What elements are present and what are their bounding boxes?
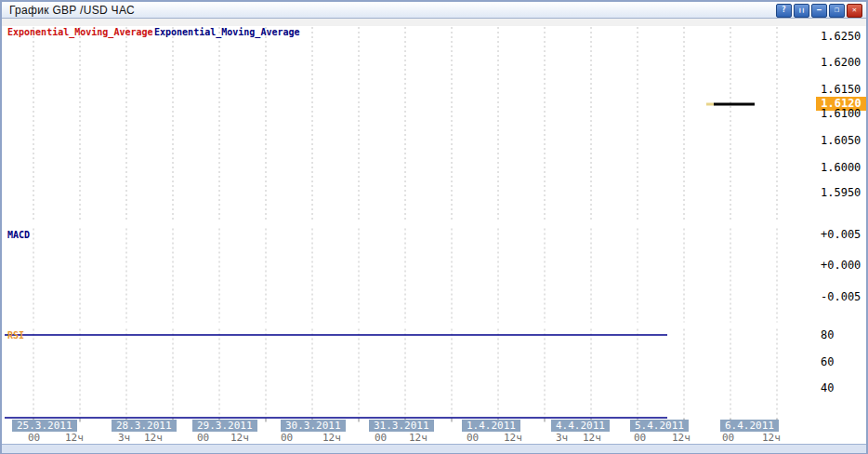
date-badge: 28.3.2011: [112, 420, 177, 432]
date-badge: 31.3.2011: [369, 420, 434, 432]
date-badge: 1.4.2011: [462, 420, 520, 432]
minimize-icon: —: [817, 6, 822, 14]
time-tick-label: 3ч: [556, 432, 568, 444]
rsi-tick-label: 60: [821, 355, 834, 368]
maximize-button[interactable]: ❒: [829, 4, 845, 18]
ema-slow-label: Exponential_Moving_Average: [154, 27, 300, 37]
chart-canvas[interactable]: [0, 0, 868, 454]
price-tick-label: 1.5950: [821, 186, 861, 199]
date-badge: 25.3.2011: [12, 420, 77, 432]
rsi-tick-label: 40: [821, 381, 834, 394]
time-tick-label: 00: [467, 432, 479, 444]
date-badge: 30.3.2011: [281, 420, 346, 432]
time-tick-label: 00: [375, 432, 387, 444]
titlebar[interactable]: График GBP /USD ЧАС ? ❙❙ — ❒ ✕: [2, 2, 866, 19]
time-tick-label: 00: [197, 432, 209, 444]
macd-tick-label: +0.000: [821, 259, 861, 272]
price-tick-label: 1.6250: [821, 30, 861, 43]
price-tick-label: 1.6000: [821, 161, 861, 174]
macd-tick-label: +0.005: [821, 228, 861, 241]
chart-window: График GBP /USD ЧАС ? ❙❙ — ❒ ✕ Exponenti…: [0, 0, 868, 454]
time-tick-label: 12ч: [230, 432, 249, 444]
rsi-label: RSI: [7, 330, 24, 340]
date-badge: 29.3.2011: [192, 420, 257, 432]
price-tick-label: 1.6100: [821, 107, 861, 120]
time-tick-label: 00: [28, 432, 40, 444]
rsi-tick-label: 80: [821, 328, 834, 341]
window-title: График GBP /USD ЧАС: [9, 4, 135, 17]
time-tick-label: 00: [634, 432, 646, 444]
price-tick-label: 1.6150: [821, 83, 861, 96]
close-icon: ✕: [852, 6, 857, 14]
close-button[interactable]: ✕: [847, 4, 862, 18]
time-tick-label: 12ч: [65, 432, 84, 444]
minimize-button[interactable]: —: [811, 4, 827, 18]
ema-fast-label: Exponential_Moving_Average: [7, 27, 153, 37]
date-badge: 4.4.2011: [551, 420, 610, 432]
price-tick-label: 1.6050: [821, 134, 861, 147]
help-button[interactable]: ?: [776, 4, 792, 18]
time-tick-label: 00: [281, 432, 293, 444]
maximize-icon: ❒: [835, 6, 839, 14]
time-tick-label: 3ч: [118, 432, 130, 444]
time-tick-label: 12ч: [672, 432, 690, 444]
macd-label: MACD: [7, 230, 30, 240]
pause-icon: ❙❙: [798, 7, 805, 13]
time-tick-label: 12ч: [144, 432, 163, 444]
macd-tick-label: -0.005: [821, 290, 861, 303]
time-tick-label: 12ч: [583, 432, 601, 444]
time-tick-label: 12ч: [504, 432, 522, 444]
titlebar-buttons: ? ❙❙ — ❒ ✕: [776, 4, 862, 18]
date-badge: 6.4.2011: [720, 420, 779, 432]
time-tick-label: 12ч: [762, 432, 781, 444]
pause-button[interactable]: ❙❙: [794, 4, 809, 18]
horizontal-scrollbar[interactable]: [2, 444, 866, 453]
date-badge: 5.4.2011: [630, 420, 689, 432]
help-icon: ?: [782, 6, 786, 14]
time-tick-label: 12ч: [409, 432, 427, 444]
time-tick-label: 12ч: [322, 432, 341, 444]
price-tick-label: 1.6200: [821, 56, 861, 69]
time-tick-label: 00: [722, 432, 734, 444]
